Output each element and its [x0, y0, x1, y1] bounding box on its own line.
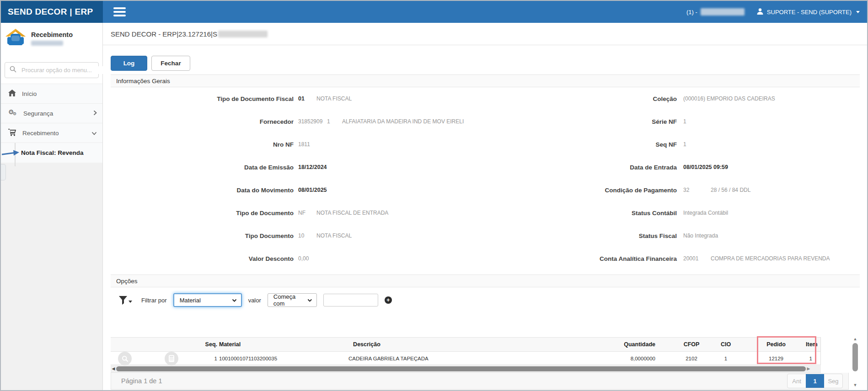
value-label: valor [248, 297, 261, 304]
scroll-right-icon[interactable]: ▶ [806, 367, 811, 371]
cell-item: 1 [806, 356, 821, 361]
field-fornecedor: Fornecedor 318529091ALFAIATARIA DA MADEI… [111, 110, 499, 133]
field-tipo-documento-fiscal: Tipo de Documento Fiscal 01NOTA FISCAL [111, 87, 499, 110]
log-button[interactable]: Log [111, 56, 147, 71]
row-search-icon[interactable] [118, 352, 132, 365]
navbar-right: (1) - SUPORTE - SEND (SUPORTE) [686, 1, 860, 23]
user-menu[interactable]: SUPORTE - SEND (SUPORTE) [756, 8, 860, 16]
main-area: SEND DECOR - ERP|23.127216|S Log Fechar … [103, 23, 867, 390]
user-icon [756, 8, 764, 16]
header-quantidade: Quantidade [385, 341, 664, 348]
horizontal-scroll-thumb[interactable] [116, 366, 806, 371]
app-window: SEND DECOR | ERP (1) - SUPORTE - SEND (S… [0, 0, 868, 391]
chevron-down-icon [856, 11, 860, 13]
scroll-up-icon[interactable]: ▲ [853, 336, 857, 342]
module-header: Recebimento [1, 23, 102, 56]
field-data-entrada: Data de Entrada 08/01/2025 09:59 [499, 156, 860, 179]
row-calculator-icon[interactable] [165, 352, 178, 365]
header-pedido: Pedido [746, 341, 806, 348]
header-cio: CIO [719, 341, 746, 348]
module-title: Recebimento [31, 31, 73, 38]
field-valor-desconto: Valor Desconto 0,00 [111, 247, 499, 270]
fechar-button[interactable]: Fechar [151, 56, 190, 71]
notification-count: (1) - [686, 9, 697, 16]
info-fields: Tipo de Documento Fiscal 01NOTA FISCAL F… [111, 87, 860, 271]
filter-funnel-icon[interactable] [119, 296, 132, 305]
home-icon [8, 90, 16, 98]
info-fields-left: Tipo de Documento Fiscal 01NOTA FISCAL F… [111, 87, 499, 270]
page-header: SEND DECOR - ERP|23.127216|S [103, 23, 867, 45]
field-data-movimento: Data do Movimento 08/01/2025 [111, 179, 499, 201]
field-conta-analitica: Conta Analítica Financeira 20001COMPRA D… [499, 247, 860, 270]
filter-value-input[interactable] [323, 294, 378, 306]
user-label: SUPORTE - SEND (SUPORTE) [767, 9, 852, 16]
chevron-down-icon [232, 299, 237, 302]
sidebar-item-label: Segurança [23, 110, 87, 117]
sidebar-subitem-label: Nota Fiscal: Revenda [21, 149, 84, 156]
filter-operator-select[interactable]: Começa com [268, 293, 317, 307]
panel-handle-tab[interactable] [1, 164, 6, 180]
header-cfop: CFOP [664, 341, 719, 348]
header-descricao: Descrição [348, 341, 385, 348]
gears-icon: ⚙⚙ [8, 109, 17, 117]
filter-bar: Filtrar por Material valor Começa com + [111, 287, 860, 313]
grid-footer: Página 1 de 1 Ant 1 Seg [111, 373, 849, 390]
sidebar-background [1, 163, 102, 390]
brand-logo: SEND DECOR | ERP [1, 1, 103, 23]
cell-descricao: CADEIRA GABRIELA TAPEÇADA [348, 356, 385, 361]
header-seq: Seq. [204, 341, 217, 348]
sidebar-item-recebimento[interactable]: Recebimento [1, 123, 102, 143]
horizontal-scrollbar[interactable]: ◀ ▶ [111, 365, 821, 373]
next-page-button[interactable]: Seg [824, 374, 842, 388]
header-material: Material [217, 341, 348, 348]
scroll-down-icon[interactable]: ▼ [853, 382, 857, 388]
table-header-row: Seq. Material Descrição Quantidade CFOP … [111, 337, 820, 352]
current-page-button[interactable]: 1 [806, 374, 824, 388]
page-title: SEND DECOR - ERP|23.127216|S [111, 30, 217, 38]
field-colecao: Coleção (000016) EMPORIO DAS CADEIRAS [499, 87, 860, 110]
menu-search[interactable] [5, 62, 99, 78]
add-filter-button[interactable]: + [385, 296, 392, 304]
field-tipo-de-documento: Tipo de Documento NFNOTA FISCAL DE ENTRA… [111, 201, 499, 224]
top-navbar: SEND DECOR | ERP (1) - SUPORTE - SEND (S… [1, 1, 867, 23]
cell-cio: 1 [719, 356, 746, 361]
redacted-module-subtitle [31, 41, 63, 46]
action-buttons: Log Fechar [111, 56, 860, 71]
header-item: Item [806, 341, 821, 348]
cell-seq: 1 [204, 356, 217, 361]
sidebar-item-inicio[interactable]: Início [1, 84, 102, 104]
row-calc-cell [139, 352, 204, 365]
info-fields-right: Coleção (000016) EMPORIO DAS CADEIRAS Sé… [499, 87, 860, 270]
vertical-scroll-thumb[interactable] [852, 343, 858, 371]
sidebar-subitem-nota-fiscal-revenda[interactable]: Nota Fiscal: Revenda [1, 143, 102, 163]
options-section-header: Opções [111, 275, 860, 287]
page-status: Página 1 de 1 [121, 377, 162, 385]
field-serie-nf: Série NF 1 [499, 110, 860, 133]
field-tipo-documento: Tipo Documento 10NOTA FISCAL [111, 224, 499, 247]
filter-field-select[interactable]: Material [173, 293, 242, 307]
field-nro-nf: Nro NF 1811 [111, 133, 499, 156]
cell-pedido: 12129 [746, 356, 806, 361]
cell-quantidade: 8,0000000 [385, 356, 664, 361]
sidebar: Recebimento Início ⚙⚙ Segurança [1, 23, 103, 390]
field-data-emissao: Data de Emissão 18/12/2024 [111, 156, 499, 179]
row-search-cell [111, 352, 139, 365]
page-content: Log Fechar Informações Gerais Tipo de Do… [111, 45, 860, 390]
cart-icon [8, 129, 16, 137]
sidebar-item-seguranca[interactable]: ⚙⚙ Segurança [1, 104, 102, 123]
vertical-scrollbar[interactable]: ▲ ▼ [851, 336, 860, 388]
info-section-header: Informações Gerais [111, 74, 860, 87]
hamburger-menu-icon[interactable] [113, 7, 126, 16]
redacted-title-suffix [218, 31, 268, 37]
table-row[interactable]: 1 10010001071103200035 CADEIRA GABRIELA … [111, 352, 820, 365]
field-condicao-pagamento: Condição de Pagamento 3228 / 56 / 84 DDL [499, 179, 860, 201]
search-input[interactable] [21, 66, 103, 74]
notification-area[interactable]: (1) - [686, 8, 745, 16]
annotation-arrow-icon [2, 148, 20, 159]
app-logo-icon [5, 28, 27, 51]
items-table: Seq. Material Descrição Quantidade CFOP … [111, 337, 821, 365]
filter-by-label: Filtrar por [141, 297, 167, 304]
prev-page-button[interactable]: Ant [788, 374, 806, 388]
scroll-left-icon[interactable]: ◀ [111, 367, 116, 371]
chevron-right-icon [93, 110, 97, 117]
